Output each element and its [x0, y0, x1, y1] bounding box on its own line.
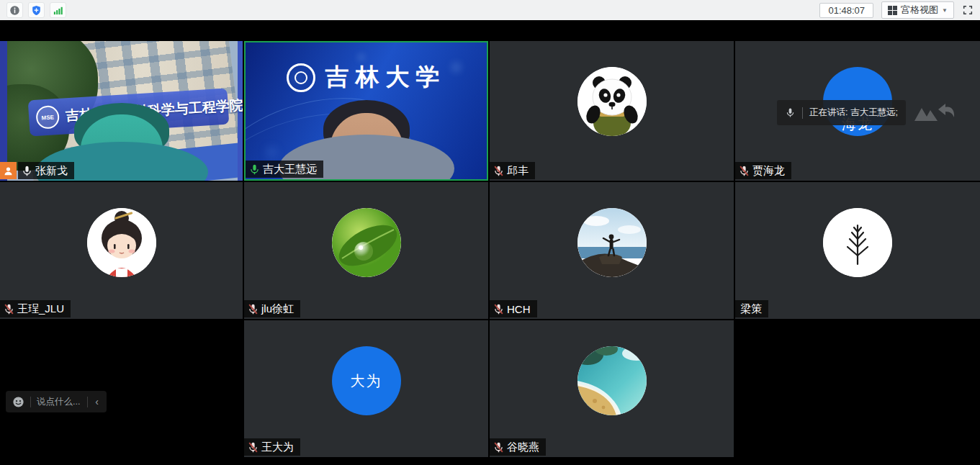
mic-muted-icon — [493, 303, 505, 315]
participant-name: 谷晓燕 — [507, 441, 539, 454]
participant-name: 张新戈 — [35, 164, 68, 178]
participant-tile-xuhong[interactable]: jlu徐虹 — [244, 182, 488, 319]
participant-name: HCH — [507, 303, 531, 315]
mic-muted-icon — [493, 441, 505, 453]
participant-tile-jiahailong[interactable]: 海龙 正在讲话: 吉大王慧远; 贾海龙 — [735, 41, 980, 181]
participant-tile-qiufeng[interactable]: 邱丰 — [490, 41, 734, 181]
participant-name-label: HCH — [490, 300, 537, 317]
participant-tile-liangce[interactable]: 梁策 — [735, 182, 980, 319]
participant-name-label: 王大为 — [244, 438, 300, 456]
participant-name-label: 吉大王慧远 — [246, 161, 323, 178]
beach-person-icon — [577, 208, 647, 277]
cartoon-girl-icon — [87, 208, 156, 277]
faded-hands-icon — [913, 104, 939, 122]
participant-name-label: 张新戈 — [18, 162, 74, 179]
mic-icon — [785, 107, 796, 118]
participant-name: 王大为 — [261, 441, 294, 454]
info-icon — [9, 5, 20, 16]
mic-muted-icon — [247, 441, 259, 453]
participant-name: 梁策 — [740, 302, 762, 316]
avatar: 大为 — [332, 346, 401, 415]
mic-on-icon — [21, 165, 33, 177]
participant-name: 贾海龙 — [752, 164, 785, 178]
leaf-dewdrop-icon — [332, 208, 401, 277]
grid-view-icon — [888, 6, 897, 15]
participant-name: 王珵_JLU — [17, 302, 64, 316]
mic-speaking-icon — [248, 163, 261, 176]
shield-plus-icon — [31, 5, 42, 16]
person-icon — [3, 166, 14, 176]
participant-tile-zhangxinge[interactable]: MSE 吉林大学材料科学与工程学院 张新戈 — [0, 41, 243, 181]
fullscreen-button[interactable] — [962, 4, 974, 16]
view-selector-label: 宫格视图 — [901, 4, 938, 17]
collapse-chat-icon[interactable]: ‹ — [94, 397, 100, 407]
meeting-duration[interactable]: 01:48:07 — [819, 3, 873, 18]
speaking-toast-text: 正在讲话: 吉大王慧远; — [809, 107, 898, 119]
network-signal-icon — [53, 5, 63, 16]
participant-tile-wangcheng[interactable]: 王珵_JLU — [0, 182, 243, 319]
banner-text: 吉林大学 — [325, 61, 446, 94]
faded-reply-arrow-icon — [937, 102, 956, 119]
avatar — [577, 208, 647, 277]
participant-name: jlu徐虹 — [261, 302, 294, 316]
fullscreen-icon — [962, 4, 974, 16]
avatar — [823, 208, 892, 277]
quick-chat-bar: 说点什么... ‹ — [6, 391, 107, 412]
mic-muted-icon — [247, 303, 259, 315]
college-logo-icon: MSE — [35, 105, 60, 130]
virtual-background-banner: 吉林大学 — [246, 61, 487, 94]
mic-muted-icon — [493, 165, 505, 177]
avatar — [577, 346, 647, 415]
participant-tile-wanghuiyuan[interactable]: 吉林大学 吉大王慧远 — [244, 41, 488, 181]
participant-name-label: jlu徐虹 — [244, 300, 300, 317]
university-logo-icon — [287, 63, 315, 92]
chat-input[interactable]: 说点什么... — [37, 396, 81, 408]
bare-tree-icon — [823, 208, 892, 277]
participant-tile-guxiaoyan[interactable]: 谷晓燕 — [490, 320, 734, 457]
mic-muted-icon — [738, 165, 750, 177]
network-status-button[interactable] — [50, 2, 66, 18]
chevron-down-icon: ▼ — [942, 7, 948, 14]
emoji-icon[interactable] — [12, 396, 24, 408]
participant-name-label: 王珵_JLU — [0, 300, 71, 317]
participant-name-label: 谷晓燕 — [490, 438, 546, 456]
avatar — [87, 208, 156, 277]
meeting-info-button[interactable] — [6, 2, 23, 18]
security-button[interactable] — [28, 2, 45, 18]
top-toolbar: 01:48:07 宫格视图 ▼ — [0, 0, 980, 20]
participant-name-label: 邱丰 — [490, 162, 535, 179]
participant-name-label: 贾海龙 — [735, 162, 791, 179]
coast-aerial-icon — [577, 346, 647, 415]
participant-tile-hch[interactable]: HCH — [490, 182, 734, 319]
avatar-initials: 大为 — [351, 371, 382, 391]
host-badge — [0, 162, 17, 179]
participant-name: 邱丰 — [507, 164, 529, 178]
participant-name-label: 梁策 — [735, 300, 768, 317]
participant-name: 吉大王慧远 — [263, 163, 317, 176]
mic-muted-icon — [3, 303, 15, 315]
avatar — [332, 208, 401, 277]
participant-tile-wangdawei[interactable]: 大为 王大为 — [244, 320, 488, 457]
avatar — [577, 67, 647, 136]
meeting-window: 01:48:07 宫格视图 ▼ MSE 吉林大学材料科学与工程学院 — [0, 0, 980, 465]
panda-icon — [577, 67, 647, 136]
layout-view-selector[interactable]: 宫格视图 ▼ — [881, 1, 954, 19]
speaking-toast: 正在讲话: 吉大王慧远; — [777, 100, 906, 125]
